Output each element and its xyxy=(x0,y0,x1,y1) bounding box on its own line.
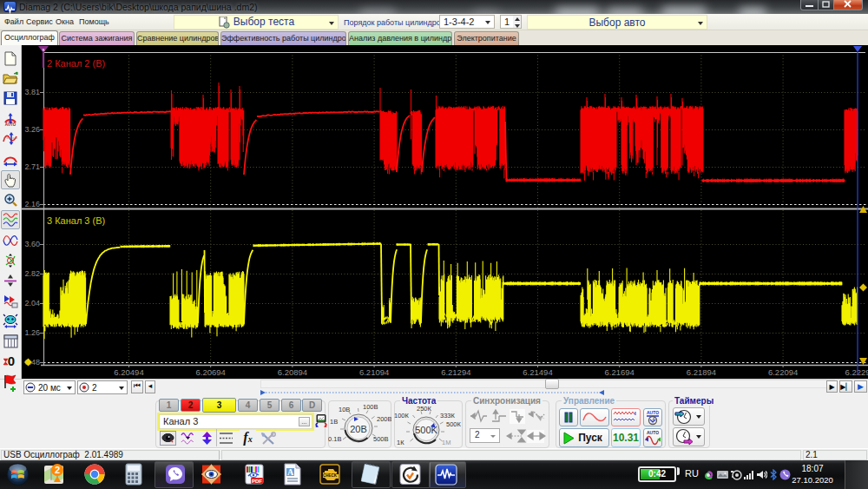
svg-text:3.60: 3.60 xyxy=(24,240,40,248)
svg-text:100К: 100К xyxy=(394,412,410,420)
svg-text:A: A xyxy=(287,467,294,477)
svg-text:200В: 200В xyxy=(377,415,391,423)
svg-text:CHECK: CHECK xyxy=(323,473,338,478)
svg-text:6.21294: 6.21294 xyxy=(441,367,470,377)
svg-text:6.22094: 6.22094 xyxy=(768,367,798,377)
svg-text:0.1В: 0.1В xyxy=(328,435,341,443)
svg-text:s: s xyxy=(43,47,45,52)
svg-text:6.20894: 6.20894 xyxy=(278,367,307,377)
svg-text:AUTO: AUTO xyxy=(647,410,659,415)
svg-text:6.21094: 6.21094 xyxy=(359,367,389,377)
svg-text:0: 0 xyxy=(8,354,15,368)
svg-text:6.20494: 6.20494 xyxy=(114,367,143,377)
svg-text:2.16: 2.16 xyxy=(24,200,40,208)
svg-text:6.2229: 6.2229 xyxy=(845,367,868,377)
svg-text:3 Канал 3 (В): 3 Канал 3 (В) xyxy=(47,215,105,226)
svg-text:500K: 500K xyxy=(415,425,437,435)
svg-text:1К: 1К xyxy=(397,439,404,446)
svg-text:6.21494: 6.21494 xyxy=(523,367,552,377)
svg-text:3.81: 3.81 xyxy=(24,88,40,96)
svg-text:2.82: 2.82 xyxy=(24,269,40,278)
svg-text:AUTO: AUTO xyxy=(647,430,659,435)
svg-text:20В: 20В xyxy=(350,424,367,434)
svg-text:500К: 500К xyxy=(446,420,462,428)
svg-text:333К: 333К xyxy=(440,412,456,420)
svg-text:6.21894: 6.21894 xyxy=(687,367,716,377)
svg-text:1М: 1М xyxy=(442,439,450,446)
svg-text:1.26: 1.26 xyxy=(24,328,40,337)
svg-text:PDF: PDF xyxy=(252,479,262,484)
svg-text:2.04: 2.04 xyxy=(24,299,40,307)
svg-text:250К: 250К xyxy=(417,405,432,413)
svg-text:AUTO: AUTO xyxy=(5,122,16,127)
svg-text:6.20694: 6.20694 xyxy=(196,367,226,377)
svg-text:3.26: 3.26 xyxy=(24,125,40,134)
svg-text:2: 2 xyxy=(55,465,60,475)
svg-text:2 Канал 2 (В): 2 Канал 2 (В) xyxy=(47,58,105,69)
svg-text:100В: 100В xyxy=(363,403,378,411)
svg-text:10В: 10В xyxy=(339,406,350,413)
svg-text:2.71: 2.71 xyxy=(24,162,40,171)
svg-text:1В: 1В xyxy=(330,418,338,426)
svg-text:6.21694: 6.21694 xyxy=(605,367,635,377)
svg-text:500В: 500В xyxy=(373,435,389,443)
